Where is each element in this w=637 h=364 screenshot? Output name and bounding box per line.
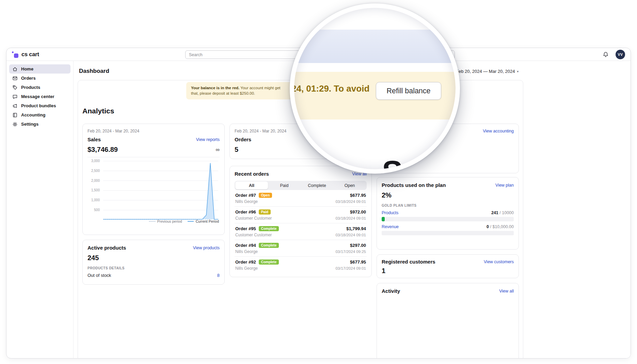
sales-delta: ∞ (216, 147, 220, 153)
active-products-title: Active products (87, 245, 126, 251)
plan-revenue-used: 0 (487, 224, 489, 229)
status-badge: Complete (259, 226, 279, 231)
settings-icon (12, 122, 18, 127)
products-icon (12, 85, 18, 90)
order-number[interactable]: Order #95 (235, 226, 256, 231)
message-center-icon (12, 94, 18, 99)
sidebar-item-label: Accounting (21, 112, 46, 117)
sidebar-item-orders[interactable]: Orders (9, 74, 70, 83)
order-date: 03/18/2024 09:01 (335, 200, 366, 204)
tab-open[interactable]: Open (333, 181, 366, 189)
sidebar-item-settings[interactable]: Settings (9, 120, 70, 129)
sales-chart: 5001,0001,5002,0002,5003,000 Previous pe… (87, 159, 220, 227)
active-products-card: Active products View products 245 PRODUC… (82, 240, 225, 285)
notifications-button[interactable] (602, 51, 609, 58)
analytics-heading: Analytics (82, 107, 114, 115)
sidebar-item-label: Message center (21, 94, 54, 99)
recent-orders-title: Recent orders (235, 171, 269, 177)
registered-customers-card: Registered customers View customers 1 (377, 254, 519, 278)
view-products-link[interactable]: View products (193, 246, 220, 250)
chevron-down-icon: ▾ (517, 70, 519, 73)
plan-usage-value: 2% (382, 191, 392, 199)
bell-icon (603, 51, 609, 58)
order-amount: $972.00 (335, 209, 366, 215)
product-bundles-icon (12, 103, 18, 109)
sidebar-item-products[interactable]: Products (9, 83, 70, 92)
products-progress-bar (382, 217, 514, 221)
activity-view-all-link[interactable]: View all (499, 289, 514, 294)
sales-title: Sales (87, 137, 101, 142)
current-period-swatch (188, 221, 194, 222)
magnified-partial-glyph: S (382, 156, 403, 169)
revenue-progress-bar (382, 231, 514, 235)
order-number[interactable]: Order #96 (235, 209, 256, 215)
tab-complete[interactable]: Complete (301, 181, 333, 189)
sidebar-item-label: Product bundles (21, 103, 56, 108)
magnified-refill-balance-button[interactable]: Refill balance (376, 82, 441, 100)
activity-card: Activity View all (377, 283, 519, 359)
sales-card: Feb 20, 2024 - Mar 20, 2024 Sales View r… (82, 124, 225, 235)
banner-text-rest: Your account might get (239, 86, 280, 90)
sidebar-item-home[interactable]: Home (9, 64, 70, 74)
out-of-stock-label: Out of stock (87, 273, 111, 278)
tab-paid[interactable]: Paid (268, 181, 301, 189)
status-badge: Open (259, 193, 272, 198)
sidebar: Home Orders Products Message center Prod… (6, 61, 74, 359)
view-reports-link[interactable]: View reports (196, 137, 220, 142)
order-row[interactable]: Order #95Complete Customer Customer $1,7… (235, 223, 367, 240)
status-badge: Complete (259, 243, 279, 248)
tab-all[interactable]: All (235, 181, 268, 189)
accounting-icon (12, 112, 18, 118)
page-title: Dashboard (79, 68, 109, 75)
orders-value: 5 (235, 146, 238, 154)
order-date: 03/17/2024 09:25 (335, 250, 366, 254)
sidebar-item-accounting[interactable]: Accounting (9, 110, 70, 120)
plan-revenue-max: / $10,000.00 (490, 224, 514, 229)
cs-cart-logo-icon (12, 51, 19, 58)
home-icon (12, 66, 18, 72)
order-customer: Nills George (235, 199, 272, 204)
orders-icon (12, 76, 18, 81)
orders-title: Orders (235, 137, 251, 142)
sidebar-item-label: Settings (21, 122, 38, 127)
date-range-picker[interactable]: Feb 20, 2024 — Mar 20, 2024 ▾ (456, 69, 519, 74)
cs-cart-logo[interactable]: cs cart (12, 51, 39, 58)
order-row[interactable]: Order #97Open Nills George $677.95 03/18… (235, 190, 367, 207)
order-number[interactable]: Order #92 (235, 259, 256, 265)
plan-revenue-link[interactable]: Revenue (382, 224, 399, 229)
magnified-banner-text: 24, 01:29. To avoid (294, 83, 369, 94)
logo-text: cs cart (21, 51, 39, 58)
date-range-label: Feb 20, 2024 — Mar 20, 2024 (456, 69, 515, 74)
view-accounting-link[interactable]: View accounting (483, 129, 514, 133)
order-row[interactable]: Order #96Paid Customer Customer $972.00 … (235, 207, 367, 223)
sales-value: $3,746.89 (87, 146, 118, 154)
topbar-right: VV (602, 50, 625, 59)
order-number[interactable]: Order #94 (235, 243, 256, 248)
order-row[interactable]: Order #92Complete Nills George $677.95 0… (235, 257, 367, 273)
view-plan-link[interactable]: View plan (495, 183, 514, 188)
avatar[interactable]: VV (616, 50, 625, 59)
order-customer: Nills George (235, 249, 279, 254)
plan-card: Products used on the plan View plan 2% G… (377, 177, 519, 250)
order-amount: $297.00 (335, 243, 366, 248)
order-date: 03/18/2024 09:01 (335, 233, 366, 237)
order-row[interactable]: Order #94Complete Nills George $297.00 0… (235, 240, 367, 257)
plan-products-link[interactable]: Products (382, 210, 398, 215)
legend-current-label: Current Period (196, 219, 219, 223)
sidebar-item-label: Orders (21, 76, 36, 81)
dashboard-grid: Feb 20, 2024 - Mar 20, 2024 Sales View r… (82, 124, 519, 359)
sidebar-item-product-bundles[interactable]: Product bundles (9, 101, 70, 110)
order-number[interactable]: Order #97 (235, 193, 256, 198)
y-axis-tick: 3,000 (91, 159, 100, 163)
status-badge: Complete (259, 259, 279, 265)
products-progress-fill (382, 217, 385, 221)
order-customer: Customer Customer (235, 233, 279, 237)
magnified-header-band (294, 30, 456, 63)
sidebar-item-message-center[interactable]: Message center (9, 92, 70, 101)
y-axis-tick: 500 (94, 208, 100, 212)
active-products-value: 245 (87, 254, 99, 262)
out-of-stock-count[interactable]: 8 (217, 273, 220, 278)
order-customer: Customer Customer (235, 216, 272, 221)
view-customers-link[interactable]: View customers (484, 259, 514, 264)
activity-title: Activity (382, 288, 400, 294)
